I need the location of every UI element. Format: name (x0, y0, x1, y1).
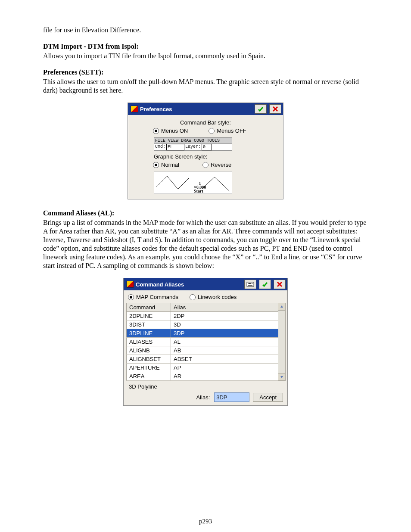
cell-alias: AR (171, 372, 279, 381)
table-row[interactable]: 2DPLINE2DP (127, 312, 279, 320)
scroll-down-icon[interactable] (278, 373, 285, 380)
svg-marker-11 (280, 376, 283, 378)
graphic-screen-preview: 1 ×0.000 Start (154, 171, 232, 194)
preferences-title: Preferences (140, 106, 252, 112)
aliases-table-wrap: Command Alias 2DPLINE2DP3DIST3D3DPLINE3D… (126, 303, 286, 381)
aliases-title: Command Aliases (136, 281, 242, 288)
svg-rect-5 (250, 283, 251, 284)
cell-alias: AB (171, 346, 279, 355)
cell-command: ALIGNB (127, 346, 171, 355)
preview-layer-label: Layer: (184, 144, 202, 150)
preferences-titlebar: Preferences (128, 103, 283, 115)
command-bar-style-label: Command Bar style: (131, 119, 280, 126)
radio-dot-icon (202, 162, 209, 168)
linework-codes-label: Linework codes (198, 294, 237, 300)
table-row[interactable]: ALIGNBSETABSET (127, 355, 279, 364)
dtm-heading: DTM Import - DTM from Ispol: (43, 42, 368, 51)
menus-off-label: Menus OFF (217, 128, 246, 134)
aliases-table[interactable]: Command Alias 2DPLINE2DP3DIST3D3DPLINE3D… (126, 303, 279, 381)
keyboard-button[interactable] (244, 280, 256, 289)
preferences-dialog: Preferences Command Bar style: Menus ON … (128, 103, 283, 199)
table-row[interactable]: AREAAR (127, 372, 279, 381)
alias-input[interactable] (214, 392, 249, 402)
reverse-label: Reverse (211, 162, 231, 168)
selection-status: 3D Polyline (126, 381, 286, 390)
cell-alias: 3D (171, 320, 279, 329)
radio-dot-icon (153, 162, 159, 168)
svg-rect-6 (252, 283, 252, 284)
close-button[interactable] (269, 104, 281, 114)
radio-dot-icon (128, 294, 134, 300)
map-commands-label: MAP Commands (136, 294, 178, 300)
app-logo-icon (131, 106, 138, 112)
cell-command: AREA (127, 372, 171, 381)
cell-command: ALIASES (127, 338, 171, 346)
menus-on-label: Menus ON (161, 128, 188, 134)
table-scrollbar[interactable] (278, 303, 286, 381)
cell-alias: 3DP (171, 329, 279, 338)
aliases-heading: Command Aliases (AL): (43, 209, 368, 218)
radio-dot-icon (153, 128, 159, 134)
dtm-body: Allows you to import a TIN file from the… (43, 52, 368, 60)
map-commands-radio[interactable]: MAP Commands (128, 294, 178, 300)
preview-menubar: FILE VIEW DRAW COGO TOOLS (154, 138, 232, 144)
col-command-header[interactable]: Command (127, 303, 171, 312)
linework-codes-radio[interactable]: Linework codes (190, 294, 237, 300)
reverse-radio[interactable]: Reverse (202, 162, 231, 168)
svg-rect-3 (248, 283, 249, 284)
menus-on-radio[interactable]: Menus ON (153, 128, 188, 134)
prefs-body: This allows the user to turn on/off the … (43, 78, 368, 95)
prefs-heading: Preferences (SETT): (43, 68, 368, 77)
menus-off-radio[interactable]: Menus OFF (209, 128, 246, 134)
aliases-body: Brings up a list of commands in the MAP … (43, 218, 368, 270)
preview-layer-value: 0 (202, 144, 212, 150)
cell-alias: 2DP (171, 312, 279, 320)
ok-button[interactable] (255, 104, 267, 114)
cell-alias: AL (171, 338, 279, 346)
svg-rect-4 (249, 283, 250, 284)
normal-label: Normal (161, 162, 179, 168)
gp-line3: Start (194, 189, 206, 193)
svg-rect-7 (248, 285, 252, 286)
table-row[interactable]: ALIASESAL (127, 338, 279, 346)
close-button[interactable] (274, 280, 286, 289)
svg-rect-2 (247, 282, 254, 286)
ok-button[interactable] (259, 280, 271, 289)
radio-dot-icon (190, 294, 196, 300)
scroll-up-icon[interactable] (278, 303, 285, 311)
cell-command: 2DPLINE (127, 312, 171, 320)
cell-command: 3DIST (127, 320, 171, 329)
table-row[interactable]: 3DPLINE3DP (127, 329, 279, 338)
page-number: p293 (43, 518, 368, 525)
col-alias-header[interactable]: Alias (171, 303, 279, 312)
accept-button[interactable]: Accept (253, 393, 283, 402)
cell-command: APERTURE (127, 364, 171, 372)
cell-alias: ABSET (171, 355, 279, 364)
radio-dot-icon (209, 128, 215, 134)
table-row[interactable]: APERTUREAP (127, 364, 279, 372)
preview-cmd-label: Cmd: (154, 144, 166, 150)
normal-radio[interactable]: Normal (153, 162, 179, 168)
table-row[interactable]: ALIGNBAB (127, 346, 279, 355)
cell-alias: AP (171, 364, 279, 372)
app-logo-icon (126, 281, 134, 288)
aliases-titlebar: Command Aliases (124, 278, 287, 290)
command-aliases-dialog: Command Aliases MAP Commands Linework co… (123, 278, 288, 406)
command-bar-preview: FILE VIEW DRAW COGO TOOLS Cmd: PL Layer:… (154, 137, 232, 151)
graphic-screen-style-label: Graphic Screen style: (154, 153, 280, 160)
cell-command: ALIGNBSET (127, 355, 171, 364)
alias-field-label: Alias: (196, 394, 210, 401)
intro-text: file for use in Elevation Difference. (43, 26, 368, 34)
svg-marker-10 (280, 305, 283, 308)
table-row[interactable]: 3DIST3D (127, 320, 279, 329)
cell-command: 3DPLINE (127, 329, 171, 338)
preview-cmd-value: PL (166, 144, 184, 150)
